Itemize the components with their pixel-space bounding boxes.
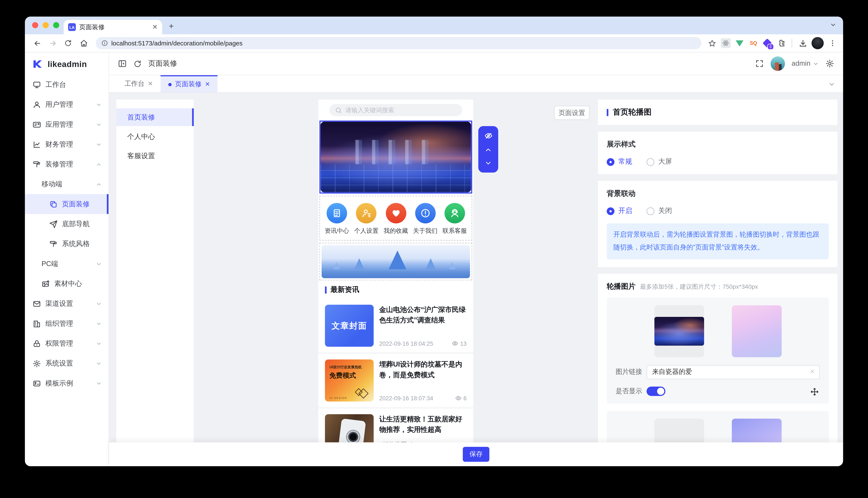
sidebar-item-channel-settings[interactable]: 渠道设置 — [25, 293, 108, 313]
back-icon[interactable] — [30, 37, 44, 50]
banner-widget-selected[interactable] — [319, 120, 472, 194]
downloads-icon[interactable] — [798, 38, 808, 48]
close-tab-icon[interactable]: ✕ — [152, 23, 158, 31]
view-count: 6 — [463, 395, 467, 402]
extensions-puzzle-icon[interactable] — [776, 38, 786, 48]
sidebar-item-org-mgmt[interactable]: 组织管理 — [25, 314, 108, 333]
close-tab-icon[interactable]: ✕ — [148, 80, 153, 88]
sidebar-item-finance-mgmt[interactable]: 财务管理 — [25, 134, 108, 154]
bg-link-tip: 开启背景联动后，需为轮播图设置背景图，轮播图切换时，背景图也跟随切换，此时该页面… — [607, 223, 829, 259]
page-settings-button[interactable]: 页面设置 — [554, 106, 589, 120]
search-placeholder: 请输入关键词搜索 — [345, 106, 394, 114]
sq-extension-icon[interactable]: SQ — [749, 38, 758, 48]
refresh-page-icon[interactable] — [133, 60, 142, 68]
browser-tab-strip: LA 页面装修 ✕ + — [25, 17, 843, 34]
banner2-widget[interactable] — [319, 243, 472, 280]
building-icon — [33, 319, 41, 328]
user-menu[interactable]: admin — [792, 60, 819, 67]
article-row[interactable]: UI设计行业发展危机 免费模式 UI DESIGN 埋葬UI设计师的坟墓不是内卷… — [318, 354, 473, 407]
preview-search-widget[interactable]: 请输入关键词搜索 — [318, 100, 473, 119]
sidebar-item-bottom-nav[interactable]: 底部导航 — [25, 214, 108, 234]
nav-icons-widget[interactable]: 资讯中心 个人设置 我的收藏 关于我们 联系客服 — [319, 196, 472, 241]
sidebar-item-template-examples[interactable]: 模板示例 — [25, 373, 108, 393]
fullscreen-icon[interactable] — [755, 59, 764, 68]
carousel-thumb-cubes[interactable] — [654, 418, 704, 442]
browser-profile-avatar[interactable] — [812, 37, 824, 49]
app-logo[interactable]: likeadmin — [25, 52, 108, 75]
save-button[interactable]: 保存 — [463, 447, 489, 462]
react-devtools-icon[interactable] — [721, 38, 731, 48]
radio-style-large[interactable]: 大屏 — [647, 157, 672, 167]
carousel-thumb-city[interactable] — [654, 305, 704, 357]
reload-icon[interactable] — [62, 37, 75, 50]
exclamation-circle-icon — [415, 203, 435, 223]
chevron-down-icon — [96, 121, 102, 128]
show-toggle[interactable] — [647, 386, 665, 396]
move-widget-up-icon[interactable] — [484, 146, 492, 154]
page-item-customer-service[interactable]: 客服设置 — [116, 147, 194, 165]
sidebar-item-decoration-mgmt[interactable]: 装修管理 — [25, 154, 108, 174]
article-row[interactable]: 文章封面 金山电池公布“沪广深市民绿色生活方式”调查结果 2022-09-16 … — [318, 299, 473, 352]
hide-widget-eye-off-icon[interactable] — [484, 132, 493, 140]
forward-icon[interactable] — [46, 37, 59, 50]
sidebar-item-permission-mgmt[interactable]: 权限管理 — [25, 333, 108, 353]
nav-item-profile[interactable]: 个人设置 — [352, 203, 381, 235]
sidebar-item-material-center[interactable]: 素材中心 — [25, 274, 108, 293]
app-header: 页面装修 admin — [109, 52, 843, 75]
avatar[interactable] — [770, 56, 785, 70]
sidebar-item-pc[interactable]: PC端 — [25, 254, 108, 274]
sidebar-item-workbench[interactable]: 工作台 — [25, 75, 108, 94]
settings-gear-icon[interactable] — [825, 59, 834, 68]
idcard-icon — [33, 120, 41, 129]
drag-move-icon[interactable] — [810, 388, 819, 396]
clear-input-icon[interactable] — [809, 368, 815, 375]
vue-devtools-icon[interactable] — [735, 38, 744, 48]
site-info-icon[interactable] — [101, 40, 108, 47]
news-section-header: 最新资讯 — [318, 280, 473, 299]
sidebar-item-mobile[interactable]: 移动端 — [25, 174, 108, 194]
browser-tab[interactable]: LA 页面装修 ✕ — [64, 20, 162, 34]
close-window-button[interactable] — [32, 22, 38, 28]
tab-workbench[interactable]: 工作台✕ — [117, 75, 161, 92]
sidebar-item-system-style[interactable]: 系统风格 — [25, 234, 108, 254]
radio-style-normal[interactable]: 常规 — [607, 157, 632, 167]
sidebar-item-system-settings[interactable]: 系统设置 — [25, 353, 108, 373]
radio-bg-on[interactable]: 开启 — [607, 206, 632, 216]
lock-icon — [33, 339, 41, 348]
sidebar-item-user-mgmt[interactable]: 用户管理 — [25, 94, 108, 114]
sidebar-item-page-decoration[interactable]: 页面装修 — [25, 194, 108, 214]
radio-bg-off[interactable]: 关闭 — [647, 206, 672, 216]
maximize-window-button[interactable] — [53, 22, 59, 28]
tab-list-chevron-icon[interactable] — [830, 22, 837, 28]
sidebar-item-app-mgmt[interactable]: 应用管理 — [25, 115, 108, 134]
tab-page-decoration[interactable]: 页面装修✕ — [161, 75, 218, 92]
nav-item-about[interactable]: 关于我们 — [410, 203, 440, 235]
eye-icon — [455, 395, 462, 402]
widget-settings-panel: 首页轮播图 展示样式 常规 大屏 背景联动 开启 — [598, 100, 838, 443]
tabs-more-chevron-icon[interactable] — [828, 81, 835, 88]
collapse-sidebar-icon[interactable] — [118, 59, 127, 68]
page-item-home-decoration[interactable]: 首页装修 — [116, 108, 194, 126]
nav-item-favorites[interactable]: 我的收藏 — [381, 203, 410, 235]
nav-item-news[interactable]: 资讯中心 — [322, 203, 352, 235]
carousel-images-card: 轮播图片 最多添加5张，建议图片尺寸：750px*340px 图片链接 — [598, 274, 838, 442]
address-bar[interactable]: localhost:5173/admin/decoration/mobile/p… — [96, 37, 701, 49]
minimize-window-button[interactable] — [43, 22, 49, 28]
article-date: 2022-09-16 18:04:25 — [379, 340, 433, 347]
bookmark-star-icon[interactable] — [707, 38, 717, 48]
carousel-bg-thumb-pink[interactable] — [731, 305, 781, 357]
browser-menu-dots-icon[interactable] — [828, 38, 838, 48]
carousel-hint: 最多添加5张，建议图片尺寸：750px*340px — [640, 283, 758, 291]
page-item-personal-center[interactable]: 个人中心 — [116, 128, 194, 145]
move-widget-down-icon[interactable] — [484, 159, 492, 167]
image-link-input[interactable] — [647, 365, 820, 379]
radio-dot — [647, 158, 654, 166]
style-icon — [49, 240, 58, 248]
article-row[interactable]: 让生活更精致！五款居家好物推荐，实用性超高 #好物推荐 — [318, 409, 473, 442]
ext-badge-icon[interactable]: 5 — [762, 38, 772, 48]
home-icon[interactable] — [77, 37, 90, 50]
carousel-bg-thumb-gradient[interactable] — [731, 418, 781, 442]
close-tab-icon[interactable]: ✕ — [205, 81, 210, 88]
new-tab-button[interactable]: + — [169, 22, 174, 30]
nav-item-service[interactable]: 联系客服 — [440, 203, 470, 235]
